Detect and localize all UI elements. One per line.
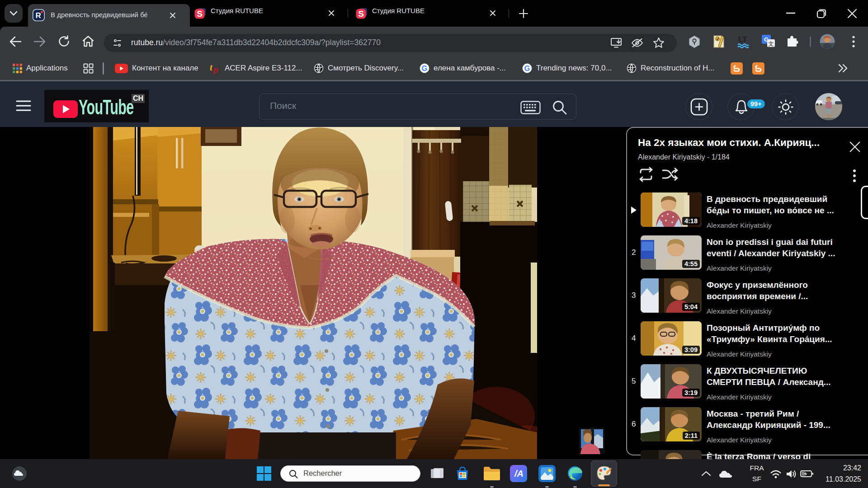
svg-text:G: G bbox=[524, 64, 530, 72]
svg-text:R: R bbox=[36, 11, 41, 20]
svg-text:/A: /A bbox=[514, 469, 524, 479]
svg-text:LT: LT bbox=[738, 35, 746, 43]
svg-text:t: t bbox=[210, 62, 213, 73]
svg-text:p: p bbox=[212, 64, 218, 74]
svg-text:S: S bbox=[358, 9, 364, 19]
svg-text:S: S bbox=[197, 9, 203, 19]
svg-text:G: G bbox=[422, 64, 428, 72]
svg-text:文: 文 bbox=[768, 41, 774, 47]
